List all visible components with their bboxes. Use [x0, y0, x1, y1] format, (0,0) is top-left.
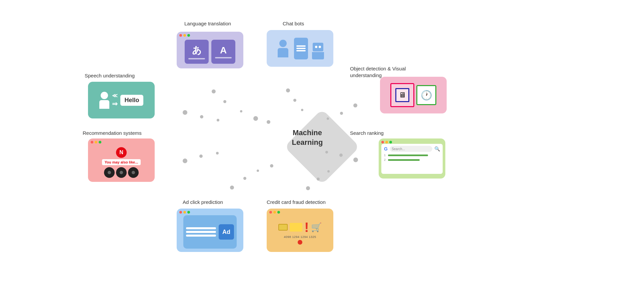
connector-dot: [301, 109, 303, 111]
robot-head: [313, 43, 323, 51]
speech-body: [99, 100, 109, 109]
dot-red: [269, 211, 272, 214]
search-inner-box: G Search... 🔍 1 2: [381, 144, 443, 174]
result-num-1: 1: [384, 154, 387, 157]
dot-green: [187, 34, 190, 37]
monitor-icon: 🖥: [399, 91, 406, 99]
google-g: G: [384, 146, 388, 151]
netflix-badge: N: [116, 147, 127, 158]
connector-dot: [270, 164, 273, 168]
dot-yellow: [273, 211, 276, 214]
rec-discs: [104, 167, 139, 178]
speech-understanding-card: ≪ ⇒ Hello: [88, 82, 155, 118]
search-result-1: 1: [384, 154, 440, 157]
person-figure: [275, 37, 291, 60]
window-dots-rec: [91, 141, 101, 143]
connector-dot: [339, 154, 343, 157]
ad-click-label: Ad click prediction: [183, 199, 223, 205]
fraud-alert-dot: [298, 240, 302, 245]
lang-box-jp: あ: [185, 40, 209, 64]
window-dots-ad: [179, 211, 190, 214]
robot-body: [312, 52, 324, 59]
dot-red: [91, 141, 93, 143]
lang-box-en: A: [211, 40, 235, 64]
rec-header: N: [116, 147, 127, 159]
fraud-top-row: ! 🛒: [278, 221, 321, 234]
connector-dot: [340, 112, 343, 115]
connector-dot: [353, 158, 358, 162]
connector-dot: [183, 110, 187, 115]
chip-icon: [278, 224, 288, 231]
detection-box-inner: 🖥: [395, 88, 409, 102]
center-diamond: [284, 109, 360, 185]
english-char: A: [220, 45, 227, 56]
connector-dot: [293, 99, 296, 102]
speech-understanding-label: Speech understanding: [85, 73, 135, 78]
language-translation-label: Language translation: [184, 21, 231, 26]
speech-arrows: ≪ ⇒: [112, 92, 118, 108]
disc2: [116, 167, 127, 178]
fraud-detection-card: ! 🛒 4098 1294 1294 1325: [267, 209, 333, 252]
speech-person: [99, 92, 109, 109]
hello-bubble: Hello: [120, 95, 143, 106]
connector-dot: [199, 155, 203, 158]
result-num-2: 2: [384, 158, 387, 162]
robot-eye-right: [319, 46, 321, 48]
ad-content-lines: [186, 227, 216, 237]
ad-inner-box: Ad: [183, 215, 237, 249]
detection-box-outer: 🖥: [390, 83, 414, 107]
dot-green: [99, 141, 101, 143]
connector-dot: [216, 152, 219, 155]
cart-icon: 🛒: [311, 222, 322, 233]
chat-bots-card: [267, 30, 333, 67]
dot-green: [277, 211, 280, 214]
object-detection-card: 🖥 🕐: [380, 77, 447, 113]
rec-banner: You may also like...: [102, 159, 141, 165]
connector-dot: [325, 151, 328, 154]
connector-dot: [223, 100, 226, 103]
connector-dot: [327, 170, 330, 173]
connector-dot: [286, 88, 290, 92]
connector-dot: [257, 170, 259, 172]
window-dots: [179, 34, 190, 37]
connector-dot: [212, 89, 216, 93]
chat-bots-label: Chat bots: [283, 21, 304, 26]
speech-head: [101, 92, 108, 99]
japanese-char: あ: [192, 44, 202, 57]
ad-click-card: Ad: [177, 209, 243, 252]
dot-green: [389, 141, 392, 143]
disc3: [128, 167, 139, 178]
connector-dot: [200, 115, 203, 118]
connector-dot: [243, 177, 246, 180]
dot-yellow: [183, 211, 186, 214]
ad-line2: [186, 231, 216, 233]
connector-dot: [230, 186, 234, 190]
ad-line1: [186, 227, 216, 229]
arrow-right-icon: ⇒: [112, 100, 118, 108]
disc1: [104, 167, 115, 178]
arrow-left-icon: ≪: [112, 92, 118, 99]
connector-dot: [317, 178, 320, 181]
result-bar-1: [388, 155, 428, 156]
result-bar-2: [388, 159, 420, 161]
search-ranking-card: G Search... 🔍 1 2: [379, 138, 445, 179]
recommendation-card: N You may also like...: [88, 138, 155, 182]
dot-red: [381, 141, 384, 143]
connector-dot: [240, 110, 242, 112]
connector-dot: [353, 103, 357, 107]
person-body: [278, 48, 288, 57]
exclamation-icon: !: [304, 221, 309, 234]
search-icon-small: 🔍: [434, 146, 440, 151]
ad-button: Ad: [219, 224, 234, 240]
recommendation-label: Recommendation systems: [83, 130, 142, 136]
card-number: 4098 1294 1294 1325: [284, 235, 316, 239]
clock-box: 🕐: [416, 85, 436, 105]
connector-dot: [253, 116, 258, 121]
robot-eye-left: [315, 46, 317, 48]
dot-yellow: [183, 34, 186, 37]
language-translation-card: あ A: [177, 32, 243, 68]
dot-red: [179, 34, 182, 37]
person-head: [279, 40, 287, 47]
chat-line1: [296, 45, 306, 47]
ad-line3: [186, 235, 216, 237]
